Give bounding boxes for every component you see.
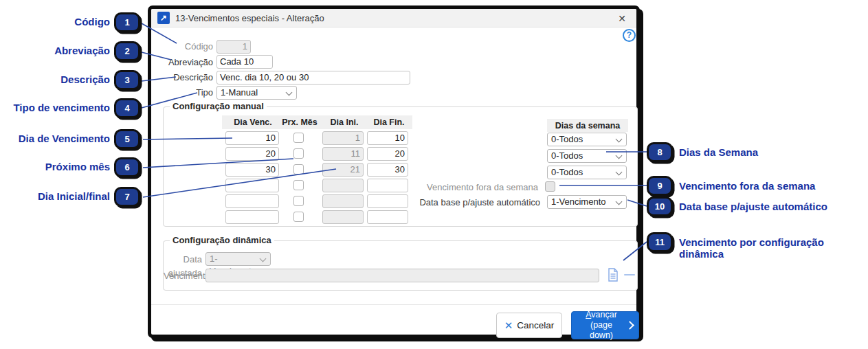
data-base-dropdown[interactable]: 1-Vencimento <box>547 195 627 209</box>
dialog-title: 13-Vencimentos especiais - Alteração <box>175 9 324 27</box>
prx-mes-checkbox[interactable] <box>293 212 304 222</box>
close-icon[interactable]: ✕ <box>614 11 630 26</box>
dia-ini-field: 11 <box>322 147 364 161</box>
dynamic-config-legend: Configuração dinâmica <box>170 235 274 245</box>
dias-semana-value: 0-Todos <box>551 150 583 161</box>
callout-badge-6: 6 <box>114 157 140 177</box>
avancar-label: Avançar (page down) <box>579 310 624 341</box>
descricao-label: Descrição <box>151 71 213 85</box>
col-dia-fin: Dia Fin. <box>368 115 410 129</box>
callout-badge-4: 4 <box>114 98 140 118</box>
dia-venc-input[interactable] <box>225 179 279 192</box>
data-ajustada-label: Data ajustada <box>164 253 202 267</box>
avancar-button[interactable]: Avançar (page down) <box>571 311 639 339</box>
manual-table-header: Dia Venc. Prx. Mês Dia Ini. Dia Fin. <box>222 115 412 129</box>
avancar-rest: vançar <box>591 310 617 319</box>
prx-mes-checkbox[interactable] <box>293 196 304 206</box>
codigo-field: 1 <box>216 40 251 54</box>
chevron-down-icon <box>286 89 293 96</box>
dia-ini-field: 1 <box>322 131 364 145</box>
vencimento-label: Vencimento <box>164 269 202 283</box>
callout-label-prox-mes: Próximo mês <box>0 161 110 172</box>
callout-label-abreviacao: Abreviação <box>0 45 110 56</box>
tipo-value: 1-Manual <box>221 87 258 98</box>
dia-ini-field <box>322 179 364 192</box>
fora-semana-checkbox <box>545 181 555 192</box>
callout-badge-8: 8 <box>647 142 673 162</box>
dia-fin-input[interactable]: 10 <box>367 131 408 145</box>
dia-venc-input[interactable]: 30 <box>225 163 279 177</box>
callout-badge-11: 11 <box>647 232 673 252</box>
callout-badge-9: 9 <box>647 176 673 196</box>
vencimento-field <box>205 269 599 282</box>
data-ajustada-dropdown: 1-Vencimentos <box>205 252 271 266</box>
callout-badge-1: 1 <box>114 12 140 32</box>
abreviacao-label: Abreviação <box>151 56 213 69</box>
help-icon[interactable]: ? <box>623 29 636 42</box>
cancel-x-icon: ✕ <box>504 319 513 332</box>
vencimentos-dialog: ↗ 13-Vencimentos especiais - Alteração ✕… <box>148 5 640 338</box>
dias-semana-value: 0-Todos <box>551 167 583 177</box>
dynamic-config-group: Configuração dinâmica Data ajustada 1-Ve… <box>163 240 638 291</box>
dia-venc-input[interactable] <box>225 210 279 224</box>
dia-ini-field <box>322 210 364 224</box>
callout-label-data-base: Data base p/ajuste automático <box>679 201 866 212</box>
cancel-button[interactable]: ✕ Cancelar <box>496 313 562 338</box>
callout-label-config-dinamica: Vencimento por configuração dinâmica <box>679 236 866 260</box>
dialog-titlebar[interactable]: ↗ 13-Vencimentos especiais - Alteração ✕ <box>151 9 636 27</box>
data-base-label: Data base p/ajuste automático <box>370 196 540 210</box>
prx-mes-checkbox[interactable] <box>293 180 304 190</box>
tipo-label: Tipo <box>151 86 213 100</box>
minus-icon[interactable] <box>624 274 635 275</box>
prx-mes-checkbox[interactable] <box>293 164 304 174</box>
dias-semana-header: Dias da semana <box>547 119 628 132</box>
dia-venc-input[interactable]: 20 <box>225 147 279 161</box>
dias-semana-dropdown-3[interactable]: 0-Todos <box>547 166 627 179</box>
chevron-down-icon <box>616 169 623 176</box>
codigo-label: Código <box>151 40 213 54</box>
chevron-down-icon <box>260 256 267 262</box>
data-base-value: 1-Vencimento <box>551 196 606 207</box>
callout-label-dias-semana: Dias da Semana <box>679 146 866 158</box>
chevron-down-icon <box>616 153 623 159</box>
callout-label-codigo: Código <box>0 16 110 27</box>
chevron-down-icon <box>616 199 623 205</box>
dia-ini-field <box>322 194 364 208</box>
tipo-dropdown[interactable]: 1-Manual <box>216 86 297 100</box>
dia-fin-input[interactable] <box>367 210 408 224</box>
prx-mes-checkbox[interactable] <box>293 133 304 143</box>
dia-venc-input[interactable]: 10 <box>225 131 279 145</box>
document-icon[interactable] <box>608 268 619 282</box>
avancar-sub: (page down) <box>590 320 613 340</box>
callout-label-dia-venc: Dia de Vencimento <box>0 133 110 144</box>
callout-badge-10: 10 <box>647 196 673 216</box>
dia-venc-input[interactable] <box>225 194 279 208</box>
prx-mes-checkbox[interactable] <box>293 148 304 159</box>
callout-badge-7: 7 <box>114 187 140 207</box>
dias-semana-dropdown-1[interactable]: 0-Todos <box>547 133 627 146</box>
descricao-field[interactable]: Venc. dia 10, 20 ou 30 <box>216 71 410 85</box>
dias-semana-dropdown-2[interactable]: 0-Todos <box>547 149 627 163</box>
callout-badge-5: 5 <box>114 129 140 149</box>
app-arrow-icon: ↗ <box>157 12 170 24</box>
abreviacao-field[interactable]: Cada 10 <box>216 55 273 69</box>
chevron-right-icon <box>625 321 634 330</box>
dia-ini-field: 21 <box>322 163 364 177</box>
dias-semana-value: 0-Todos <box>551 134 583 144</box>
col-dia-venc: Dia Venc. <box>222 115 284 129</box>
callout-badge-2: 2 <box>114 41 140 61</box>
callout-label-dia-ini-fin: Dia Inicial/final <box>0 190 110 202</box>
dia-fin-input[interactable]: 30 <box>367 163 408 177</box>
dia-fin-input[interactable]: 20 <box>367 147 408 161</box>
fora-semana-label: Vencimento fora da semana <box>370 181 538 194</box>
callout-label-tipo: Tipo de vencimento <box>0 102 110 113</box>
callout-label-fora-semana: Vencimento fora da semana <box>679 180 866 192</box>
cancel-label: Cancelar <box>517 320 554 330</box>
chevron-down-icon <box>616 136 623 143</box>
dias-semana-header-label: Dias da semana <box>547 119 628 133</box>
footer-divider <box>151 304 636 305</box>
col-prx-mes: Prx. Mês <box>280 115 320 129</box>
manual-config-group: Configuração manual Dia Venc. Prx. Mês D… <box>163 106 638 227</box>
callout-label-descricao: Descrição <box>0 74 110 85</box>
manual-config-legend: Configuração manual <box>170 101 267 111</box>
